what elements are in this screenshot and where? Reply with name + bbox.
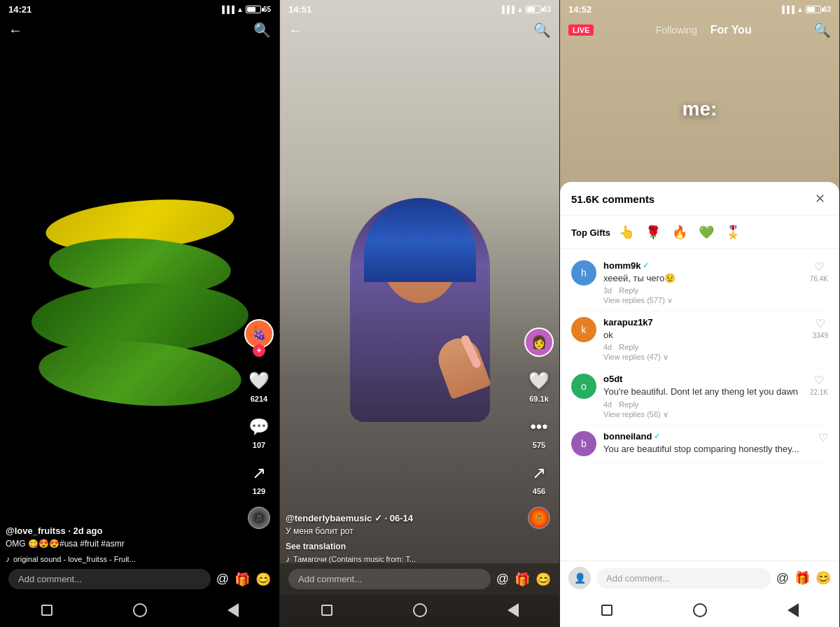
gift-1[interactable]: 👆 <box>616 222 637 243</box>
emoji-icon-2[interactable]: 😊 <box>536 572 551 587</box>
music-note-2: ♪ <box>286 554 290 564</box>
like-action-1[interactable]: 🤍 6214 <box>246 368 272 403</box>
comment-input-2[interactable]: Add comment... <box>288 569 491 589</box>
reply-btn-3[interactable]: Reply <box>619 400 638 409</box>
bottom-info-2: @tenderlybaemusic ✓ · 06-14 У меня болит… <box>286 513 521 564</box>
search-button-2[interactable]: 🔍 <box>533 22 551 38</box>
commenter-avatar-2[interactable]: k <box>571 317 596 342</box>
avatar-action-2[interactable]: 👩 <box>524 327 554 357</box>
comment-action-2[interactable]: ••• 575 <box>526 414 552 449</box>
comment-text-1: хееей, ты чего😟 <box>603 272 803 285</box>
home-bar-1 <box>0 595 279 627</box>
verified-4: ✓ <box>654 432 660 441</box>
gift-5[interactable]: 🎖️ <box>722 222 743 243</box>
comment-item-2: k karapuz1k7 ok 4d Reply View replies (4… <box>571 311 828 368</box>
back-nav-1[interactable] <box>223 600 243 620</box>
comment-input-3[interactable]: Add comment... <box>596 568 771 589</box>
back-button-1[interactable]: ← <box>8 22 22 38</box>
comments-overlay: 51.6K comments ✕ Top Gifts 👆 🌹 🔥 💚 🎖️ h … <box>560 182 839 595</box>
square-nav-3[interactable] <box>597 600 617 620</box>
back-button-2[interactable]: ← <box>288 22 302 38</box>
status-bar-1: 14:21 ▐▐▐ ▲ 65 <box>0 0 279 19</box>
view-replies-1[interactable]: View replies (577) ∨ <box>603 296 803 305</box>
comment-input-1[interactable]: Add comment... <box>8 569 211 589</box>
signal-icon-2: ▐▐▐ <box>500 6 514 13</box>
search-button-1[interactable]: 🔍 <box>253 22 271 38</box>
share-action-2[interactable]: ↗ 456 <box>526 460 552 495</box>
home-bar-2 <box>280 595 559 627</box>
reply-btn-1[interactable]: Reply <box>619 286 638 295</box>
battery-pct-2: 63 <box>543 6 551 13</box>
comments-title: 51.6K comments <box>571 193 654 205</box>
circle-nav-3[interactable] <box>690 600 710 620</box>
comment-count-1: 107 <box>253 441 265 449</box>
disc-2: 🎵 <box>528 507 550 529</box>
at-icon-3[interactable]: @ <box>776 571 789 586</box>
gift-icon-1[interactable]: 🎁 <box>234 572 250 587</box>
disc-1: 🎵 <box>248 507 270 529</box>
music-text-2: Тамагочи (Contains music from: T... <box>293 555 416 563</box>
like-action-2[interactable]: 🤍 69.1k <box>526 368 552 403</box>
gift-4[interactable]: 💚 <box>696 222 717 243</box>
square-nav-2[interactable] <box>317 600 337 620</box>
share-count-2: 456 <box>533 487 545 495</box>
emoji-icon-1[interactable]: 😊 <box>255 572 271 587</box>
commenter-avatar-3[interactable]: o <box>571 374 596 399</box>
commenter-avatar-1[interactable]: h <box>571 260 596 286</box>
username-1[interactable]: @love_fruitss · 2d ago <box>6 526 241 536</box>
emoji-icon-3[interactable]: 😊 <box>816 570 831 586</box>
video-content-2 <box>280 56 559 564</box>
search-button-3[interactable]: 🔍 <box>813 22 831 38</box>
at-icon-1[interactable]: @ <box>216 572 229 586</box>
comment-like-3[interactable]: ♡ 22.1K <box>810 374 828 396</box>
battery-pct-3: 63 <box>823 6 831 13</box>
comment-text-4: You are beautiful stop comparing honestl… <box>603 443 811 456</box>
comment-action-1[interactable]: 💬 107 <box>246 414 272 449</box>
caption-1: OMG 😋😍😍#usa #fruit #asmr <box>6 538 241 550</box>
at-icon-2[interactable]: @ <box>496 572 509 586</box>
like-count-1: 6214 <box>251 395 267 403</box>
commenter-name-1: homm9k ✓ <box>603 260 803 271</box>
avatar-action-1[interactable]: 🍇 + <box>244 319 274 357</box>
right-actions-2: 👩 🤍 69.1k ••• 575 ↗ 456 🎵 <box>524 327 554 529</box>
top-nav-2: ← 🔍 <box>280 19 559 44</box>
comment-content-2: karapuz1k7 ok 4d Reply View replies (47)… <box>603 317 806 362</box>
music-row-1: ♪ original sound - love_fruitss - Fruit.… <box>6 554 241 564</box>
comment-content-3: o5dt You're beautiful. Dont let any then… <box>603 374 803 418</box>
reply-btn-2[interactable]: Reply <box>619 343 638 351</box>
music-text-1: original sound - love_fruitss - Fruit... <box>13 555 136 563</box>
status-bar-2: 14:51 ▐▐▐ ▲ 63 <box>280 0 559 19</box>
circle-nav-2[interactable] <box>410 600 430 620</box>
music-disc-1: 🎵 <box>248 507 270 529</box>
view-replies-2[interactable]: View replies (47) ∨ <box>603 353 806 362</box>
comment-time-2: 4d <box>603 343 612 351</box>
comment-item-3: o o5dt You're beautiful. Dont let any th… <box>571 368 828 425</box>
signal-icon-1: ▐▐▐ <box>220 6 234 13</box>
comment-like-4[interactable]: ♡ <box>818 431 828 444</box>
circle-nav-1[interactable] <box>130 600 150 620</box>
view-replies-3[interactable]: View replies (56) ∨ <box>603 410 803 419</box>
square-nav-1[interactable] <box>37 600 57 620</box>
like-heart-2: ♡ <box>816 317 825 330</box>
share-action-1[interactable]: ↗ 129 <box>246 460 272 495</box>
commenter-name-3: o5dt <box>603 374 803 384</box>
see-translation-2[interactable]: See translation <box>286 542 521 551</box>
back-nav-2[interactable] <box>503 600 523 620</box>
gift-2[interactable]: 🌹 <box>643 222 664 243</box>
comment-like-1[interactable]: ♡ 76.4K <box>810 260 828 283</box>
commenter-avatar-4[interactable]: b <box>571 431 596 456</box>
back-nav-3[interactable] <box>783 600 803 620</box>
battery-1 <box>246 6 261 13</box>
like-count-2: 69.1k <box>529 395 549 403</box>
username-2[interactable]: @tenderlybaemusic ✓ · 06-14 <box>286 513 521 523</box>
music-note-1: ♪ <box>6 554 10 564</box>
gift-icon-3[interactable]: 🎁 <box>794 570 810 586</box>
following-label[interactable]: Following <box>656 24 697 36</box>
foryou-label[interactable]: For You <box>710 24 752 36</box>
gift-icon-2[interactable]: 🎁 <box>514 572 530 587</box>
gift-3[interactable]: 🔥 <box>669 222 690 243</box>
comment-like-2[interactable]: ♡ 3349 <box>813 317 828 339</box>
like-heart-1: ♡ <box>814 260 824 274</box>
comment-item-1: h homm9k ✓ хееей, ты чего😟 3d Reply View… <box>571 255 828 311</box>
close-comments-button[interactable]: ✕ <box>811 190 828 207</box>
